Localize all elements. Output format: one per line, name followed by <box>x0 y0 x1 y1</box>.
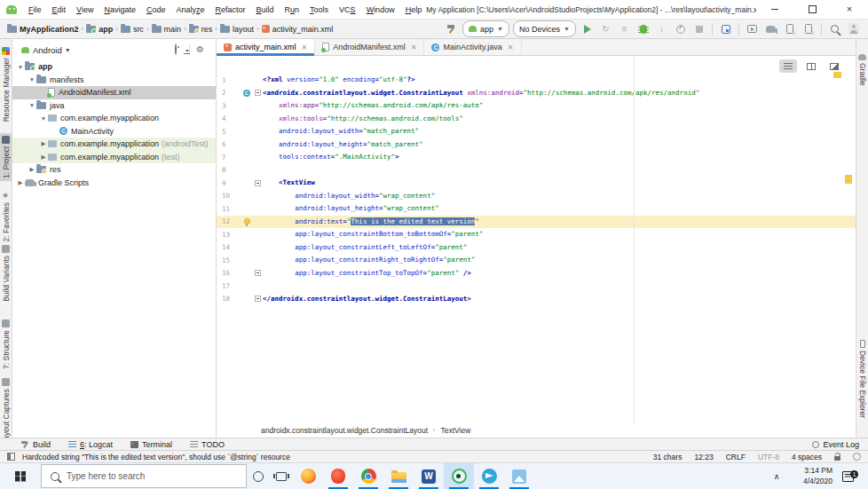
code-line-5[interactable]: 5 android:layout_width="match_parent" <box>217 125 856 138</box>
sdk-manager-button[interactable] <box>782 22 797 36</box>
profile-button[interactable] <box>846 22 861 36</box>
tool-window-button-device-file-explorer[interactable]: Device File Explorer <box>856 337 868 421</box>
task-view-button[interactable] <box>270 463 293 489</box>
tool-window-button-terminal[interactable]: Terminal <box>130 440 172 449</box>
fold-marker-icon[interactable] <box>255 296 261 302</box>
minimize-button[interactable] <box>756 0 793 20</box>
gradle-sync-button[interactable] <box>763 22 778 36</box>
code-line-9[interactable]: 9 <TextView <box>217 177 856 190</box>
locate-file-button[interactable] <box>175 45 177 54</box>
menu-navigate[interactable]: Navigate <box>99 4 140 16</box>
apply-changes-button[interactable]: ↻ <box>598 22 613 36</box>
menu-analyze[interactable]: Analyze <box>171 4 209 16</box>
tree-item-res[interactable]: ▶res <box>12 163 216 177</box>
code-line-13[interactable]: 13 app:layout_constraintBottom_toBottomO… <box>217 228 856 241</box>
breadcrumb-item[interactable]: main <box>152 25 182 34</box>
tree-item-androidmanifest-xml[interactable]: AndroidManifest.xml <box>12 86 216 99</box>
tool-window-button-layout-captures[interactable]: Layout Captures <box>0 375 12 446</box>
avd-manager-button[interactable] <box>745 22 760 36</box>
run-with-coverage-button[interactable]: ≡ <box>617 22 632 36</box>
event-log-button[interactable]: Event Log <box>812 440 859 449</box>
menu-build[interactable]: Build <box>252 4 279 16</box>
tool-window-button-2-favorites[interactable]: ★2: Favorites <box>0 189 12 244</box>
status-widget-4-spaces[interactable]: 4 spaces <box>792 453 822 461</box>
code-line-3[interactable]: 3 xmlns:app="http://schemas.android.com/… <box>217 99 856 113</box>
tool-window-button-build[interactable]: Build <box>21 440 51 449</box>
editor-breadcrumb-item[interactable]: TextView <box>440 426 470 435</box>
tree-item-com-example-myapplication[interactable]: ▶com.example.myapplication (test) <box>12 151 216 164</box>
breadcrumb-item[interactable]: app <box>86 25 113 34</box>
code-line-6[interactable]: 6 android:layout_height="match_parent" <box>217 138 856 152</box>
stop-button[interactable] <box>691 22 706 36</box>
taskbar-app-brave[interactable] <box>323 463 353 489</box>
taskbar-clock[interactable]: 3:14 PM 4/4/2020 <box>786 466 832 485</box>
design-view-button[interactable] <box>825 59 843 73</box>
code-line-14[interactable]: 14 app:layout_constraintLeft_toLeftOf="p… <box>217 241 856 255</box>
code-line-17[interactable]: 17 <box>217 280 856 293</box>
chevron-down-icon[interactable]: ▼ <box>65 47 71 53</box>
menu-help[interactable]: Help <box>401 4 427 16</box>
code-line-7[interactable]: 7 tools:context=".MainActivity"> <box>217 151 856 164</box>
debug-button[interactable] <box>635 22 651 36</box>
taskbar-app-firefox[interactable] <box>293 463 323 489</box>
menu-window[interactable]: Window <box>362 4 399 16</box>
menu-file[interactable]: File <box>24 4 46 16</box>
show-hidden-icons-button[interactable]: ∧ <box>767 472 786 481</box>
tab-close-icon[interactable]: ✕ <box>411 43 417 51</box>
run-configuration-select[interactable]: app ▼ <box>462 20 509 37</box>
menu-vcs[interactable]: VCS <box>335 4 360 16</box>
breadcrumb-item[interactable]: res <box>189 25 213 34</box>
taskbar-search-input[interactable]: Type here to search <box>41 464 247 488</box>
tree-item-app[interactable]: ▼app <box>12 60 216 74</box>
device-select[interactable]: No Devices ▼ <box>513 20 576 37</box>
taskbar-app-photos[interactable] <box>504 463 534 489</box>
menu-run[interactable]: Run <box>280 4 304 16</box>
tool-window-button-logcat[interactable]: 6: Logcat <box>68 440 113 449</box>
menu-tools[interactable]: Tools <box>305 4 333 16</box>
tool-window-button-todo[interactable]: TODO <box>190 440 225 449</box>
build-hammer-button[interactable] <box>444 22 459 36</box>
taskbar-app-as[interactable] <box>444 463 474 489</box>
breadcrumb-item[interactable]: MyApplication2 <box>7 25 79 34</box>
start-button[interactable] <box>0 463 41 489</box>
tree-item-java[interactable]: ▼java <box>12 99 216 113</box>
taskbar-app-explorer[interactable] <box>383 463 414 489</box>
code-line-8[interactable]: 8 <box>217 164 856 177</box>
tool-window-button-gradle[interactable]: Gradle <box>856 51 868 89</box>
code-line-18[interactable]: 18</androidx.constraintlayout.widget.Con… <box>217 293 856 306</box>
settings-button[interactable]: ⚙ <box>196 45 204 54</box>
fold-marker-icon[interactable] <box>255 270 261 276</box>
tree-item-manifests[interactable]: ▼manifests <box>12 74 216 87</box>
breadcrumb-item[interactable]: activity_main.xml <box>262 25 334 34</box>
taskbar-app-chrome[interactable] <box>353 463 383 489</box>
tool-window-button-1-project[interactable]: 1: Project <box>0 133 12 181</box>
breadcrumb-item[interactable]: layout <box>220 25 254 34</box>
status-widget-crlf[interactable]: CRLF <box>726 453 746 461</box>
code-line-11[interactable]: 11 android:layout_height="wrap_content" <box>217 202 856 216</box>
search-everywhere-button[interactable] <box>827 22 842 36</box>
status-widget-12-23[interactable]: 12:23 <box>694 453 713 461</box>
fold-marker-icon[interactable] <box>255 180 261 186</box>
menu-view[interactable]: View <box>72 4 98 16</box>
code-line-2[interactable]: 2C<androidx.constraintlayout.widget.Cons… <box>217 87 856 100</box>
code-line-4[interactable]: 4 xmlns:tools="http://schemas.android.co… <box>217 113 856 126</box>
tool-window-button-resource-manager[interactable]: Resource Manager <box>0 44 12 124</box>
tree-item-mainactivity[interactable]: CMainActivity <box>12 125 216 138</box>
menu-code[interactable]: Code <box>142 4 170 16</box>
tree-item-com-example-myapplication[interactable]: ▶com.example.myapplication (androidTest) <box>12 138 216 151</box>
profiler-button[interactable] <box>673 22 688 36</box>
class-gutter-icon[interactable]: C <box>243 90 250 97</box>
project-view-selector[interactable]: Android <box>33 45 62 55</box>
code-line-15[interactable]: 15 app:layout_constraintRight_toRightOf=… <box>217 254 856 267</box>
code-line-16[interactable]: 16 app:layout_constraintTop_toTopOf="par… <box>217 267 856 280</box>
status-widget-utf-8[interactable]: UTF-8 <box>758 453 779 461</box>
fold-marker-icon[interactable] <box>255 90 261 96</box>
breadcrumb-item[interactable]: src <box>121 25 144 34</box>
error-stripe-warning-mark[interactable] <box>845 175 852 184</box>
tab-close-icon[interactable]: ✕ <box>508 43 514 51</box>
tab-close-icon[interactable]: ✕ <box>302 43 308 51</box>
apply-code-changes-button[interactable]: ↓ <box>654 22 669 36</box>
code-view-button[interactable] <box>779 59 797 73</box>
run-button[interactable] <box>580 22 595 36</box>
menu-edit[interactable]: Edit <box>48 4 71 16</box>
